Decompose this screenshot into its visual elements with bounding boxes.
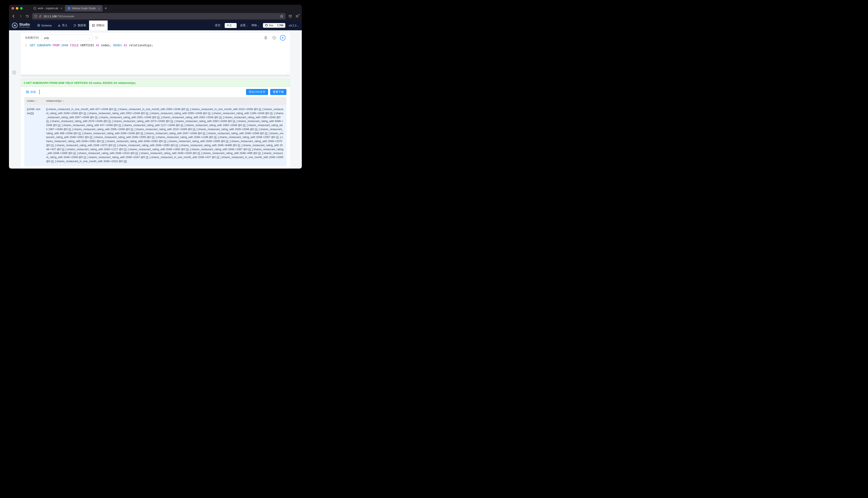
query-echo-banner: $ GET SUBGRAPH FROM 2048 YIELD VERTICES … bbox=[21, 79, 290, 87]
tab-table[interactable]: 表格 bbox=[26, 90, 40, 94]
close-window-button[interactable] bbox=[12, 7, 14, 10]
table-row[interactable]: [[:shares_restaurant_rating_with 1288->2… bbox=[24, 166, 286, 169]
jupyter-favicon-icon bbox=[33, 7, 36, 10]
header-right: 语言: 中文 设置 ⌄ 帮助 ⌄ Star 7,706 v3.2.3 ⌄ bbox=[215, 23, 299, 28]
export-csv-button[interactable]: 导出CSV文件 bbox=[246, 89, 268, 95]
run-button[interactable] bbox=[280, 35, 286, 41]
history-button[interactable] bbox=[271, 35, 278, 41]
sort-icon: ⇅ bbox=[63, 100, 64, 102]
lang-select[interactable]: 中文 bbox=[225, 23, 237, 28]
minimize-window-button[interactable] bbox=[16, 7, 18, 10]
cell-nodes bbox=[24, 166, 43, 169]
nav-explore[interactable]: 图探索 bbox=[71, 21, 89, 30]
window-controls bbox=[12, 7, 23, 10]
forward-button[interactable] bbox=[18, 14, 23, 18]
browser-window: work - JupyterLab × Nebula Graph Studio … bbox=[9, 5, 302, 169]
browser-tabs: work - JupyterLab × Nebula Graph Studio … bbox=[31, 5, 109, 12]
close-tab-icon[interactable]: × bbox=[61, 6, 62, 10]
close-tab-icon[interactable]: × bbox=[98, 6, 100, 10]
github-star-button[interactable]: Star 7,706 bbox=[263, 23, 285, 28]
lang-value: 中文 bbox=[227, 24, 232, 27]
cell-nodes: [{2048 :review{}}] bbox=[24, 105, 43, 166]
space-select[interactable]: yelp bbox=[42, 35, 93, 41]
cell-relationships: [[:shares_restaurant_in_one_month_with 4… bbox=[43, 105, 286, 166]
banner-query: GET SUBGRAPH FROM 2048 YIELD VERTICES AS… bbox=[26, 81, 136, 84]
svg-rect-1 bbox=[68, 7, 70, 10]
nav-label: 图探索 bbox=[78, 24, 86, 27]
nav-label: Schema bbox=[41, 24, 52, 27]
help-link[interactable]: 帮助 ⌄ bbox=[251, 24, 259, 27]
star-label: Star bbox=[269, 24, 273, 27]
reload-button[interactable] bbox=[25, 14, 29, 18]
tab-nebula[interactable]: Nebula Graph Studio × bbox=[65, 5, 103, 12]
space-value: yelp bbox=[44, 36, 49, 39]
sort-icon: ⇅ bbox=[35, 100, 37, 102]
logo[interactable]: Studio Nebula Graph bbox=[12, 23, 30, 28]
banner-prefix: $ bbox=[24, 81, 26, 84]
logo-subtitle: Nebula Graph bbox=[19, 26, 30, 28]
url-path: :7001/console bbox=[56, 15, 74, 18]
lang-label: 语言: bbox=[215, 24, 221, 27]
resize-handle-icon[interactable]: ⋰ bbox=[286, 71, 289, 74]
logo-mark-icon bbox=[12, 23, 17, 28]
url-bar: 10.1.1.168:7001/console bbox=[9, 12, 302, 21]
line-gutter: 1 bbox=[21, 43, 29, 75]
delete-button[interactable] bbox=[263, 35, 269, 41]
tab-jupyter[interactable]: work - JupyterLab × bbox=[31, 5, 65, 12]
tab-label: 表格 bbox=[30, 90, 36, 94]
help-icon[interactable]: ⓘ bbox=[95, 36, 98, 40]
url-field[interactable]: 10.1.1.168:7001/console bbox=[32, 13, 285, 19]
version-label[interactable]: v3.2.3 ⌄ bbox=[289, 24, 299, 27]
nebula-favicon-icon bbox=[67, 7, 71, 10]
svg-rect-12 bbox=[26, 91, 29, 93]
console-toolbar: 当前图空间: yelp ⓘ bbox=[21, 33, 290, 43]
github-icon bbox=[265, 24, 268, 27]
table-icon bbox=[26, 91, 29, 93]
shield-icon bbox=[34, 15, 37, 18]
console-icon bbox=[92, 24, 95, 27]
nav-console[interactable]: 控制台 bbox=[89, 21, 108, 30]
maximize-window-button[interactable] bbox=[20, 7, 23, 10]
nav-import[interactable]: 导入 bbox=[55, 21, 71, 30]
cell-relationships: [[:shares_restaurant_rating_with 1288->2… bbox=[43, 166, 286, 169]
star-count: 7,706 bbox=[275, 24, 283, 27]
results-toolbar: 表格 导出CSV文件 查看子图 bbox=[21, 87, 290, 97]
nav-label: 控制台 bbox=[96, 24, 105, 27]
nav-label: 导入 bbox=[62, 24, 67, 27]
space-label: 当前图空间: bbox=[25, 36, 39, 40]
code-editor[interactable]: 1 GET SUBGRAPH FROM 2048 YIELD VERTICES … bbox=[21, 43, 290, 76]
col-relationships[interactable]: relationships⇅ bbox=[43, 97, 286, 105]
page-content: 当前图空间: yelp ⓘ 1 bbox=[9, 30, 302, 169]
results-table-wrap: nodes⇅ relationships⇅ [{2048 :review{}}]… bbox=[21, 97, 290, 169]
bookmark-star-icon[interactable] bbox=[280, 14, 283, 18]
settings-icon bbox=[37, 24, 40, 27]
svg-point-0 bbox=[34, 7, 36, 9]
branch-icon bbox=[74, 24, 76, 27]
app-menu-icon[interactable] bbox=[295, 14, 299, 18]
new-tab-button[interactable]: + bbox=[103, 6, 109, 11]
favorite-query-icon[interactable] bbox=[12, 70, 17, 75]
save-to-pocket-icon[interactable] bbox=[288, 14, 292, 18]
console-panel: 当前图空间: yelp ⓘ 1 bbox=[21, 33, 290, 76]
logo-title: Studio bbox=[19, 23, 30, 26]
url-host: 10.1.1.168 bbox=[43, 15, 56, 18]
view-subgraph-button[interactable]: 查看子图 bbox=[270, 89, 286, 95]
results-table: nodes⇅ relationships⇅ [{2048 :review{}}]… bbox=[24, 97, 286, 169]
titlebar: work - JupyterLab × Nebula Graph Studio … bbox=[9, 5, 302, 12]
lock-insecure-icon bbox=[39, 15, 42, 18]
import-icon bbox=[58, 24, 61, 27]
nav-schema[interactable]: Schema bbox=[34, 21, 55, 30]
table-row[interactable]: [{2048 :review{}}] [[:shares_restaurant_… bbox=[24, 105, 286, 166]
tab-label: work - JupyterLab bbox=[38, 7, 58, 10]
code-area[interactable]: GET SUBGRAPH FROM 2048 YIELD VERTICES AS… bbox=[29, 43, 290, 75]
settings-link[interactable]: 设置 ⌄ bbox=[240, 24, 248, 27]
col-nodes[interactable]: nodes⇅ bbox=[24, 97, 43, 105]
tab-label: Nebula Graph Studio bbox=[72, 7, 96, 10]
svg-rect-9 bbox=[92, 25, 94, 26]
svg-point-5 bbox=[37, 24, 40, 27]
back-button[interactable] bbox=[12, 14, 16, 18]
svg-point-4 bbox=[38, 25, 39, 26]
app-header: Studio Nebula Graph Schema 导入 图探索 控制台 语言… bbox=[9, 21, 302, 30]
